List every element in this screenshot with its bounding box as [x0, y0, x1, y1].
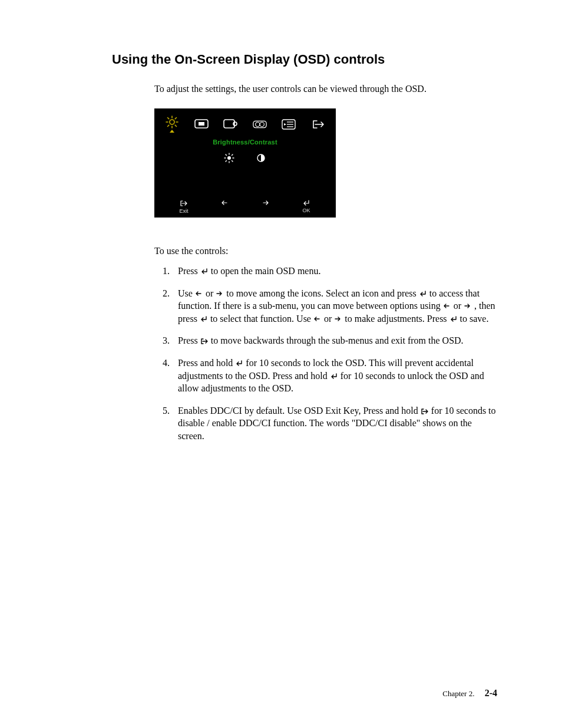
step-1: Press to open the main OSD menu.	[172, 265, 497, 278]
exit-icon	[200, 338, 209, 345]
contrast-half-icon[interactable]	[254, 151, 268, 164]
brightness-sun-icon[interactable]	[222, 151, 236, 164]
svg-marker-9	[170, 130, 174, 133]
osd-tab-exit[interactable]	[311, 118, 325, 131]
section-title: Using the On-Screen Display (OSD) contro…	[112, 52, 497, 67]
enter-icon	[200, 268, 209, 275]
svg-point-0	[170, 120, 174, 124]
osd-top-icons	[154, 112, 336, 135]
svg-point-16	[260, 122, 264, 126]
osd-exit-button[interactable]: Exit	[176, 200, 192, 214]
osd-exit-label: Exit	[179, 208, 188, 214]
page-number: 2-4	[485, 688, 497, 698]
svg-point-15	[255, 122, 259, 126]
left-arrow-icon	[313, 316, 322, 323]
step-4: Press and hold for 10 seconds to lock th…	[172, 357, 497, 395]
svg-marker-21	[284, 123, 286, 126]
enter-icon	[330, 373, 338, 380]
selected-marker-icon	[170, 130, 174, 133]
enter-icon	[419, 291, 427, 298]
right-arrow-icon	[334, 316, 342, 323]
enter-icon	[200, 316, 208, 323]
intro-paragraph: To adjust the settings, the user control…	[154, 84, 497, 94]
step-2: Use or to move among the icons. Select a…	[172, 287, 497, 325]
svg-point-13	[233, 122, 237, 126]
osd-bottom-buttons: Exit OK	[154, 197, 336, 214]
osd-tab-color[interactable]	[253, 118, 267, 131]
enter-icon	[449, 316, 458, 323]
osd-tab-brightness[interactable]	[165, 116, 179, 133]
instruction-list: Press to open the main OSD menu. Use or …	[154, 265, 497, 443]
enter-icon	[235, 360, 243, 367]
osd-right-button[interactable]	[257, 200, 274, 213]
osd-left-button[interactable]	[216, 200, 233, 213]
svg-line-27	[226, 154, 227, 156]
svg-line-30	[232, 154, 233, 156]
right-arrow-icon	[464, 303, 472, 310]
svg-line-28	[232, 161, 233, 162]
svg-line-5	[168, 118, 169, 119]
step-5: Enables DDC/CI by default. Use OSD Exit …	[172, 404, 497, 443]
svg-line-7	[168, 125, 169, 126]
osd-tab-image-position[interactable]	[194, 118, 209, 131]
brightness-icon	[165, 116, 179, 129]
exit-icon	[421, 408, 429, 415]
intro2: To use the controls:	[154, 246, 497, 256]
osd-title: Brightness/Contrast	[154, 135, 336, 151]
page-footer: Chapter 2. 2-4	[442, 688, 497, 699]
svg-point-22	[227, 156, 231, 160]
left-arrow-icon	[195, 291, 203, 298]
osd-tab-options[interactable]	[282, 118, 296, 131]
svg-rect-11	[199, 122, 204, 126]
svg-line-8	[175, 118, 176, 119]
osd-panel: Brightness/Contrast	[154, 108, 336, 218]
osd-ok-button[interactable]: OK	[298, 200, 315, 213]
step-3: Press to move backwards through the sub-…	[172, 334, 497, 347]
chapter-label: Chapter 2.	[442, 689, 474, 698]
right-arrow-icon	[216, 291, 224, 298]
osd-sub-icons	[154, 151, 336, 197]
svg-line-29	[226, 161, 227, 162]
left-arrow-icon	[443, 303, 451, 310]
svg-line-6	[175, 125, 176, 126]
osd-tab-image-setup[interactable]	[223, 118, 237, 131]
osd-ok-label: OK	[302, 207, 310, 213]
document-page: Using the On-Screen Display (OSD) contro…	[0, 0, 562, 728]
